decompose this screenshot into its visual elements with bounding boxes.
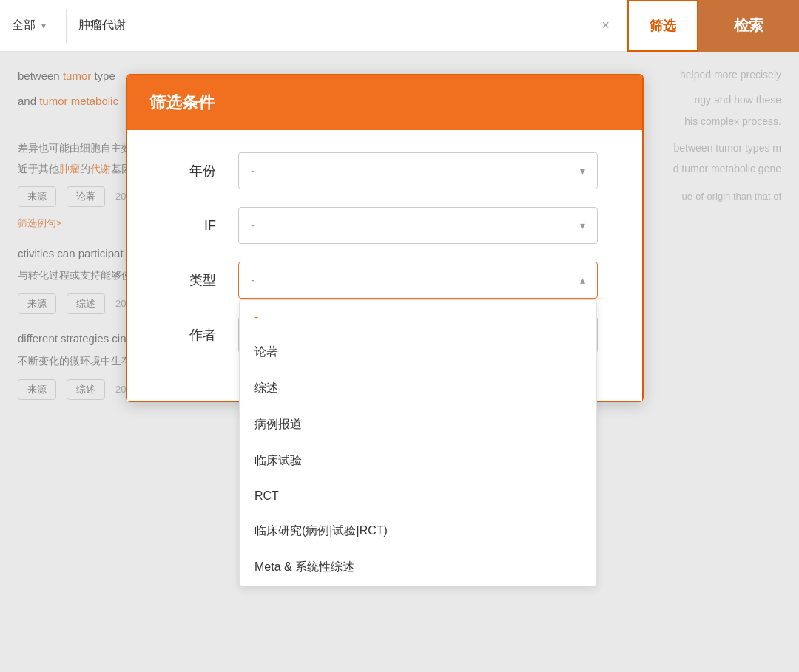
category-chevron-icon: ▾	[41, 21, 46, 31]
type-label: 类型	[172, 271, 216, 289]
dropdown-item-linchuang-rct[interactable]: 临床研究(病例|试验|RCT)	[240, 513, 596, 549]
type-dropdown: - 论著 综述 病例报道 临床试验 RCT 临床研究(病例|试验|RCT) Me…	[239, 299, 597, 586]
type-select-value: -	[251, 274, 254, 287]
modal-header: 筛选条件	[127, 75, 642, 130]
type-filter-row: 类型 - ▴ - 论著 综述 病例报道 临床试验 RCT 临床研究(病例|试验|…	[172, 262, 598, 299]
if-filter-row: IF - ▾	[172, 207, 598, 244]
category-label: 全部	[12, 18, 36, 33]
dropdown-item-lunzhu[interactable]: 论著	[240, 334, 596, 370]
search-bar: 全部 ▾ × 筛选 检索	[0, 0, 799, 52]
author-label: 作者	[172, 326, 216, 344]
dropdown-item-zongshu[interactable]: 综述	[240, 370, 596, 407]
type-select[interactable]: - ▴ - 论著 综述 病例报道 临床试验 RCT 临床研究(病例|试验|RCT…	[238, 262, 598, 299]
type-chevron-icon: ▴	[580, 274, 585, 286]
modal-body: 年份 - ▾ IF - ▾ 类型 - ▴ - 论著	[127, 130, 642, 401]
year-label: 年份	[172, 162, 216, 180]
search-input-wrapper: ×	[67, 18, 627, 33]
filter-button[interactable]: 筛选	[627, 0, 698, 52]
modal-title: 筛选条件	[149, 93, 215, 112]
dropdown-item-bingli[interactable]: 病例报道	[240, 407, 596, 443]
year-chevron-icon: ▾	[580, 165, 585, 177]
filter-modal: 筛选条件 年份 - ▾ IF - ▾ 类型 - ▴	[126, 74, 644, 402]
clear-icon[interactable]: ×	[601, 18, 610, 33]
if-select-value: -	[251, 219, 254, 232]
category-select[interactable]: 全部 ▾	[0, 9, 67, 43]
search-input[interactable]	[78, 19, 601, 33]
dropdown-item-linchuang[interactable]: 临床试验	[240, 443, 596, 479]
dropdown-item-meta[interactable]: Meta & 系统性综述	[240, 549, 596, 586]
if-label: IF	[172, 218, 216, 234]
search-button[interactable]: 检索	[698, 0, 799, 52]
if-select[interactable]: - ▾	[238, 207, 598, 244]
dropdown-item-dash[interactable]: -	[240, 300, 596, 334]
if-chevron-icon: ▾	[580, 220, 585, 231]
dropdown-item-rct[interactable]: RCT	[240, 479, 596, 513]
year-select[interactable]: - ▾	[238, 152, 598, 189]
year-filter-row: 年份 - ▾	[172, 152, 598, 189]
year-select-value: -	[251, 164, 254, 177]
